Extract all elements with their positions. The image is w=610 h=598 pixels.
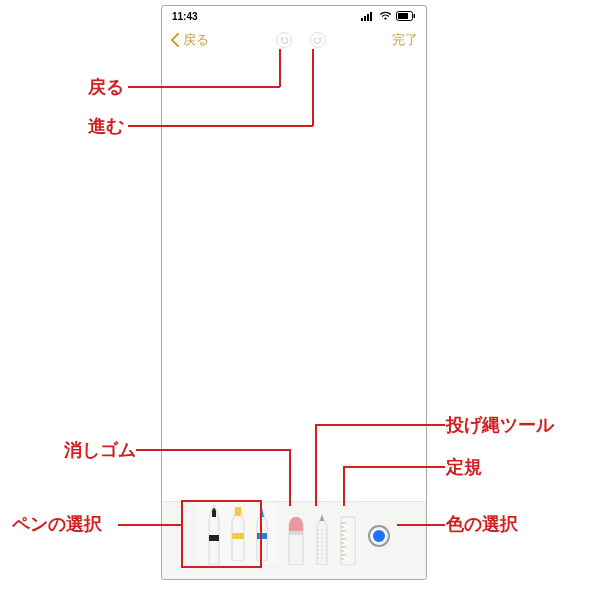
annotation-line: [289, 449, 291, 506]
annotation-line: [118, 524, 181, 526]
annotation-line: [343, 466, 345, 506]
signal-icon: [361, 11, 375, 21]
battery-icon: [396, 11, 416, 21]
annotation-undo-label: 戻る: [88, 75, 124, 99]
svg-rect-11: [289, 531, 303, 535]
nav-center: [276, 32, 326, 48]
svg-rect-6: [414, 14, 416, 18]
wifi-icon: [379, 11, 392, 21]
annotation-line: [315, 424, 445, 426]
pen-group: [198, 503, 278, 565]
redo-button[interactable]: [310, 32, 326, 48]
annotation-line: [128, 125, 313, 127]
status-right: [361, 11, 416, 21]
annotation-line: [279, 49, 281, 87]
annotation-line: [312, 49, 314, 126]
lasso-tool[interactable]: [310, 507, 334, 565]
svg-rect-7: [209, 535, 219, 541]
svg-rect-0: [361, 18, 363, 21]
svg-rect-9: [232, 533, 244, 539]
annotation-ruler-label: 定規: [446, 455, 482, 479]
done-label: 完了: [392, 31, 418, 49]
annotation-eraser-label: 消しゴム: [64, 438, 136, 462]
marker-tool-yellow[interactable]: [226, 503, 250, 561]
svg-rect-8: [235, 507, 241, 516]
annotation-redo-label: 進む: [88, 114, 124, 138]
chevron-left-icon: [170, 33, 179, 47]
markup-toolbar: [162, 501, 426, 579]
back-label: 戻る: [183, 31, 209, 49]
annotation-line: [397, 524, 445, 526]
annotation-color-label: 色の選択: [446, 512, 518, 536]
annotation-line: [343, 466, 445, 468]
pencil-tool-blue[interactable]: [250, 503, 274, 561]
annotation-line: [128, 86, 280, 88]
annotation-lasso-label: 投げ縄ツール: [446, 413, 554, 437]
annotation-line: [315, 424, 317, 506]
svg-rect-3: [370, 12, 372, 21]
back-button[interactable]: 戻る: [170, 31, 209, 49]
svg-rect-5: [398, 13, 408, 19]
undo-button[interactable]: [276, 32, 292, 48]
svg-rect-12: [341, 517, 355, 565]
annotation-line: [136, 449, 290, 451]
nav-bar: 戻る 完了: [162, 26, 426, 54]
color-swatch: [373, 530, 385, 542]
status-bar: 11:43: [162, 6, 426, 26]
annotation-pen-select-label: ペンの選択: [12, 512, 102, 536]
svg-rect-1: [364, 16, 366, 21]
pen-tool-black[interactable]: [202, 503, 226, 565]
color-picker[interactable]: [368, 525, 390, 547]
ruler-tool[interactable]: [336, 507, 360, 565]
phone-frame: 11:43 戻る: [161, 5, 427, 580]
svg-rect-2: [367, 14, 369, 21]
svg-rect-10: [257, 533, 267, 539]
status-time: 11:43: [172, 11, 198, 22]
eraser-tool[interactable]: [284, 507, 308, 565]
done-button[interactable]: 完了: [392, 31, 418, 49]
